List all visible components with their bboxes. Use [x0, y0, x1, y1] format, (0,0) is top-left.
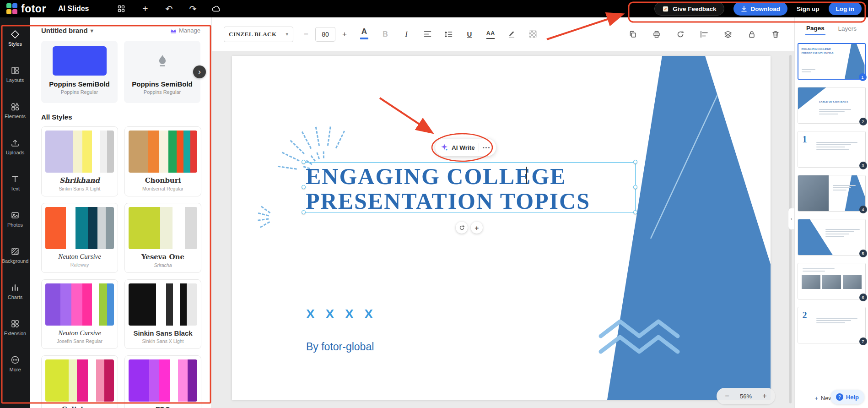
transparency-button[interactable]: [526, 27, 539, 41]
sidebar-item-styles[interactable]: Styles: [0, 20, 30, 56]
font-preview-placeholder-icon: [135, 46, 189, 76]
add-icon[interactable]: +: [140, 4, 150, 14]
chevron-down-icon: ▾: [286, 31, 288, 37]
selection-handle-se[interactable]: [633, 210, 637, 214]
plus-icon: +: [814, 395, 818, 402]
fotor-logo[interactable]: fotor: [6, 3, 46, 15]
font-color-button[interactable]: A: [357, 27, 371, 41]
redo-icon[interactable]: ↷: [188, 4, 198, 14]
page-thumbnail-1[interactable]: ENGAGING COLLEGE PRESENTATION TOPICS 1: [798, 43, 866, 80]
style-card-yeseva-one[interactable]: Yeseva One Sriracha: [124, 203, 201, 273]
selection-handle-ne[interactable]: [633, 160, 637, 164]
font-cards-next-button[interactable]: ›: [193, 65, 206, 78]
font-size-value[interactable]: 80: [315, 27, 335, 42]
style-card-chonburi[interactable]: Chonburi Montserrat Regular: [124, 126, 201, 196]
zoom-out-button[interactable]: −: [723, 392, 731, 400]
print-button[interactable]: [650, 27, 663, 41]
cloud-save-icon[interactable]: [211, 4, 221, 14]
align-objects-icon: [700, 31, 708, 38]
sidebar-item-layouts[interactable]: Layouts: [0, 56, 30, 92]
style-subname: Sinkin Sans X Light: [45, 186, 114, 191]
tab-layers[interactable]: Layers: [837, 22, 858, 35]
expand-panel-handle[interactable]: ›: [788, 208, 794, 230]
zoom-in-button[interactable]: +: [760, 392, 769, 400]
style-name: Calistoga: [45, 405, 114, 408]
style-palette: [45, 207, 114, 249]
page-thumbnail-6[interactable]: 6: [798, 263, 866, 299]
more-options-button[interactable]: •••: [483, 145, 491, 150]
manage-brand-link[interactable]: Manage: [170, 27, 200, 34]
slide[interactable]: ENGAGING COLLEGE PRESENTATION TOPICS AI …: [232, 56, 771, 400]
sidebar-item-extension[interactable]: Extension: [0, 310, 30, 346]
brand-font-card-1[interactable]: Poppins SemiBold Poppins Regular: [41, 41, 118, 103]
delete-button[interactable]: [769, 27, 782, 41]
undo-icon[interactable]: ↶: [164, 4, 174, 14]
sidebar-item-elements[interactable]: Elements: [0, 92, 30, 129]
style-palette: [129, 283, 197, 326]
highlight-button[interactable]: [505, 27, 518, 41]
move-object-button[interactable]: +: [471, 222, 483, 234]
selection-handle-w[interactable]: [302, 185, 306, 189]
give-feedback-button[interactable]: Give Feedback: [654, 2, 724, 16]
underline-button[interactable]: U: [463, 27, 476, 41]
download-button[interactable]: Download: [733, 2, 788, 16]
byline-text[interactable]: By fotor-global: [306, 341, 374, 353]
sidebar-item-photos[interactable]: Photos: [0, 201, 30, 237]
bold-button[interactable]: B: [378, 27, 392, 41]
style-palette: [45, 283, 114, 326]
style-card-edo[interactable]: EDO DM Sans Regular: [124, 355, 201, 408]
style-subname: Josefin Sans Regular: [45, 338, 114, 344]
style-card-shrikhand[interactable]: Shrikhand Sinkin Sans X Light: [41, 126, 118, 196]
align-objects-button[interactable]: [697, 27, 711, 41]
line-spacing-button[interactable]: [442, 27, 455, 41]
chevron-down-icon: ▾: [91, 27, 93, 34]
page-thumbnail-2[interactable]: TABLE OF CONTENTS 2: [798, 87, 866, 124]
download-icon: [741, 5, 747, 12]
sidebar-item-uploads[interactable]: Uploads: [0, 129, 30, 165]
rotate-object-button[interactable]: [456, 222, 468, 234]
lock-button[interactable]: [745, 27, 759, 41]
sidebar-item-background[interactable]: Background: [0, 237, 30, 273]
tab-pages[interactable]: Pages: [805, 22, 825, 35]
sign-up-link[interactable]: Sign up: [797, 5, 819, 12]
selection-handle-sw[interactable]: [302, 210, 306, 214]
letter-case-button[interactable]: AA: [484, 27, 497, 41]
selection-box[interactable]: [304, 162, 636, 212]
brand-name: Untitled brand: [41, 27, 88, 34]
style-card-neuton-cursive[interactable]: Neuton Cursive Raleway: [41, 203, 118, 273]
duplicate-button[interactable]: [626, 27, 640, 41]
ai-write-button[interactable]: AI Write: [452, 144, 475, 151]
layouts-icon: [11, 66, 20, 75]
page-thumbnail-7[interactable]: 2 7: [798, 307, 866, 343]
help-label: Help: [846, 394, 859, 401]
italic-button[interactable]: I: [399, 27, 413, 41]
page-thumbnail-3[interactable]: 1 3: [798, 131, 866, 168]
style-palette: [129, 207, 197, 249]
sidebar-item-charts[interactable]: Charts: [0, 273, 30, 310]
text-align-button[interactable]: [421, 27, 434, 41]
rotate-button[interactable]: [674, 27, 687, 41]
style-name: Neuton Cursive: [45, 253, 114, 261]
font-size-increase-button[interactable]: +: [339, 29, 350, 40]
brand-dropdown[interactable]: Untitled brand ▾: [41, 27, 93, 34]
fotor-logo-text: fotor: [21, 3, 46, 15]
sidebar-item-text[interactable]: Text: [0, 165, 30, 201]
selection-handle-nw[interactable]: [302, 160, 306, 164]
page-thumbnail-5[interactable]: 5: [798, 219, 866, 256]
style-card-calistoga[interactable]: Calistoga Gotu: [41, 355, 118, 408]
selection-handle-e[interactable]: [633, 185, 637, 189]
help-button[interactable]: ? Help: [830, 390, 864, 404]
layers-button[interactable]: [721, 27, 735, 41]
brand-font-card-2[interactable]: Poppins SemiBold Poppins Regular: [124, 41, 200, 103]
decorative-x-marks[interactable]: X X X X: [306, 307, 377, 321]
style-card-neuton-cursive-2[interactable]: Neuton Cursive Josefin Sans Regular: [41, 279, 118, 349]
font-size-decrease-button[interactable]: −: [301, 29, 312, 40]
font-family-select[interactable]: CINZEL BLACK ▾: [224, 27, 293, 42]
page-thumbnail-list: ENGAGING COLLEGE PRESENTATION TOPICS 1 T…: [795, 39, 868, 388]
style-card-sinkin-sans-black[interactable]: Sinkin Sans Black Sinkin Sans X Light: [124, 279, 201, 349]
log-in-button[interactable]: Log in: [829, 2, 862, 15]
style-name: Shrikhand: [45, 176, 114, 185]
sidebar-item-more[interactable]: More: [0, 346, 30, 382]
page-thumbnail-4[interactable]: 4: [798, 175, 866, 212]
grid-view-icon[interactable]: [116, 4, 126, 14]
